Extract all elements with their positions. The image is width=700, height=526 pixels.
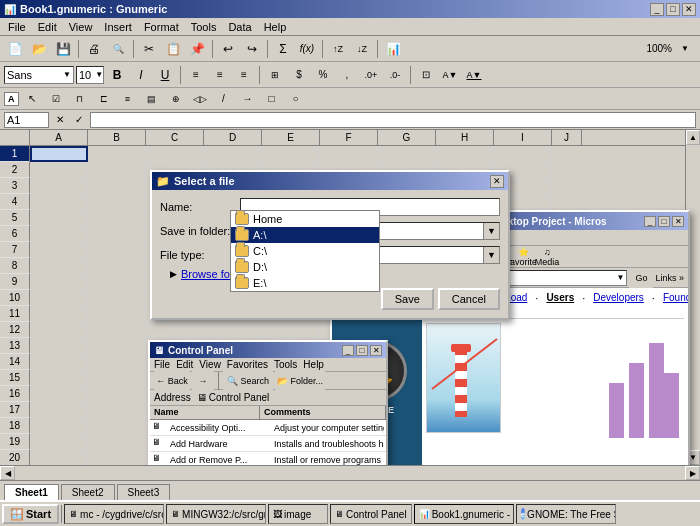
cell-2-0[interactable] bbox=[30, 162, 88, 178]
decrease-decimal-button[interactable]: .0- bbox=[384, 65, 406, 85]
chart-button[interactable]: 📊 bbox=[382, 39, 404, 59]
draw-list[interactable]: ≡ bbox=[117, 89, 139, 109]
row-number-2[interactable]: 2 bbox=[0, 162, 30, 178]
row-number-20[interactable]: 20 bbox=[0, 450, 30, 465]
cell-11-1[interactable] bbox=[88, 306, 146, 322]
undo-button[interactable]: ↩ bbox=[217, 39, 239, 59]
cell-18-1[interactable] bbox=[88, 418, 146, 434]
currency-button[interactable]: $ bbox=[288, 65, 310, 85]
ie-media-button[interactable]: ♫ Media bbox=[536, 247, 558, 267]
cell-8-1[interactable] bbox=[88, 258, 146, 274]
scroll-right-arrow[interactable]: ▶ bbox=[685, 466, 700, 480]
cell-13-0[interactable] bbox=[30, 338, 88, 354]
menu-file[interactable]: File bbox=[2, 18, 32, 35]
row-number-8[interactable]: 8 bbox=[0, 258, 30, 274]
bold-button[interactable]: B bbox=[106, 65, 128, 85]
font-color-button[interactable]: A▼ bbox=[463, 65, 485, 85]
cp-minimize-button[interactable]: _ bbox=[342, 345, 354, 356]
cell-19-0[interactable] bbox=[30, 434, 88, 450]
cell-reference-input[interactable] bbox=[4, 112, 49, 128]
comma-button[interactable]: , bbox=[336, 65, 358, 85]
close-button[interactable]: ✕ bbox=[682, 3, 696, 16]
cancel-formula-button[interactable]: ✕ bbox=[52, 112, 68, 128]
cp-menu-help[interactable]: Help bbox=[303, 359, 324, 370]
cell-12-4[interactable] bbox=[262, 322, 320, 338]
cp-menu-view[interactable]: View bbox=[199, 359, 221, 370]
font-size-selector[interactable]: 10 ▼ bbox=[76, 66, 104, 84]
ie-go-button[interactable]: Go bbox=[629, 268, 653, 288]
sheet-tab-1[interactable]: Sheet1 bbox=[4, 484, 59, 500]
sheet-tab-3[interactable]: Sheet3 bbox=[117, 484, 171, 500]
draw-btn[interactable]: ⊓ bbox=[69, 89, 91, 109]
menu-edit[interactable]: Edit bbox=[32, 18, 63, 35]
dropdown-item-d[interactable]: D:\ bbox=[231, 259, 379, 275]
cell-14-0[interactable] bbox=[30, 354, 88, 370]
taskbar-item-image[interactable]: 🖼 image bbox=[268, 504, 328, 524]
save-button[interactable]: 💾 bbox=[52, 39, 74, 59]
draw-checkbox[interactable]: ☑ bbox=[45, 89, 67, 109]
row-number-6[interactable]: 6 bbox=[0, 226, 30, 242]
menu-view[interactable]: View bbox=[63, 18, 99, 35]
preview-button[interactable]: 🔍 bbox=[107, 39, 129, 59]
menu-format[interactable]: Format bbox=[138, 18, 185, 35]
cell-17-1[interactable] bbox=[88, 402, 146, 418]
draw-scroll[interactable]: ⊏ bbox=[93, 89, 115, 109]
dialog-save-button[interactable]: Save bbox=[381, 288, 434, 310]
row-number-1[interactable]: 1 bbox=[0, 146, 30, 162]
taskbar-item-gnome[interactable]: e GNOME: The Free Sof... bbox=[516, 504, 616, 524]
increase-decimal-button[interactable]: .0+ bbox=[360, 65, 382, 85]
fill-color-button[interactable]: A▼ bbox=[439, 65, 461, 85]
taskbar-item-gnumeric[interactable]: 📊 Book1.gnumeric - Gnum... bbox=[414, 504, 514, 524]
col-header-h[interactable]: H bbox=[436, 130, 494, 145]
ie-favorites-button[interactable]: ⭐ Favorites bbox=[512, 247, 534, 267]
sum-button[interactable]: Σ bbox=[272, 39, 294, 59]
gnome-nav-foundation[interactable]: Foundation bbox=[663, 292, 688, 314]
menu-insert[interactable]: Insert bbox=[98, 18, 138, 35]
list-item[interactable]: 🖥 Add Hardware Installs and troubleshoot… bbox=[150, 436, 386, 452]
taskbar-item-mc[interactable]: 🖥 mc - /cygdrive/c/src/gn... bbox=[64, 504, 164, 524]
row-number-14[interactable]: 14 bbox=[0, 354, 30, 370]
cp-maximize-button[interactable]: □ bbox=[356, 345, 368, 356]
align-left-button[interactable]: ≡ bbox=[185, 65, 207, 85]
cell-11-0[interactable] bbox=[30, 306, 88, 322]
cell-20-0[interactable] bbox=[30, 450, 88, 465]
cell-3-0[interactable] bbox=[30, 178, 88, 194]
open-button[interactable]: 📂 bbox=[28, 39, 50, 59]
ie-minimize-button[interactable]: _ bbox=[644, 216, 656, 227]
cell-12-3[interactable] bbox=[204, 322, 262, 338]
cell-15-0[interactable] bbox=[30, 370, 88, 386]
col-header-i[interactable]: I bbox=[494, 130, 552, 145]
scroll-track-h[interactable] bbox=[15, 466, 685, 480]
cell-6-0[interactable] bbox=[30, 226, 88, 242]
zoom-dropdown[interactable]: ▼ bbox=[674, 39, 696, 59]
dropdown-item-home[interactable]: Home bbox=[231, 211, 379, 227]
draw-slider[interactable]: ◁▷ bbox=[189, 89, 211, 109]
cp-forward-button[interactable]: → bbox=[192, 371, 214, 391]
cell-14-1[interactable] bbox=[88, 354, 146, 370]
cp-back-button[interactable]: ← Back bbox=[154, 371, 190, 391]
row-number-9[interactable]: 9 bbox=[0, 274, 30, 290]
cp-col-comment[interactable]: Comments bbox=[260, 406, 386, 419]
font-selector[interactable]: Sans ▼ bbox=[4, 66, 74, 84]
align-right-button[interactable]: ≡ bbox=[233, 65, 255, 85]
cell-2-1[interactable] bbox=[88, 162, 146, 178]
cell-7-0[interactable] bbox=[30, 242, 88, 258]
scroll-left-arrow[interactable]: ◀ bbox=[0, 466, 15, 480]
ie-close-button[interactable]: ✕ bbox=[672, 216, 684, 227]
sort-asc-button[interactable]: ↑Z bbox=[327, 39, 349, 59]
dropdown-item-c[interactable]: C:\ bbox=[231, 243, 379, 259]
cell-3-1[interactable] bbox=[88, 178, 146, 194]
cell-5-0[interactable] bbox=[30, 210, 88, 226]
row-number-13[interactable]: 13 bbox=[0, 338, 30, 354]
col-header-e[interactable]: E bbox=[262, 130, 320, 145]
copy-button[interactable]: 📋 bbox=[162, 39, 184, 59]
cell-13-1[interactable] bbox=[88, 338, 146, 354]
cell-e1[interactable] bbox=[262, 146, 320, 162]
cell-19-1[interactable] bbox=[88, 434, 146, 450]
cell-g1[interactable] bbox=[378, 146, 436, 162]
cell-17-0[interactable] bbox=[30, 402, 88, 418]
menu-data[interactable]: Data bbox=[222, 18, 257, 35]
list-item[interactable]: 🖥 Add or Remove P... Install or remove p… bbox=[150, 452, 386, 465]
cell-8-0[interactable] bbox=[30, 258, 88, 274]
dialog-cancel-button[interactable]: Cancel bbox=[438, 288, 500, 310]
